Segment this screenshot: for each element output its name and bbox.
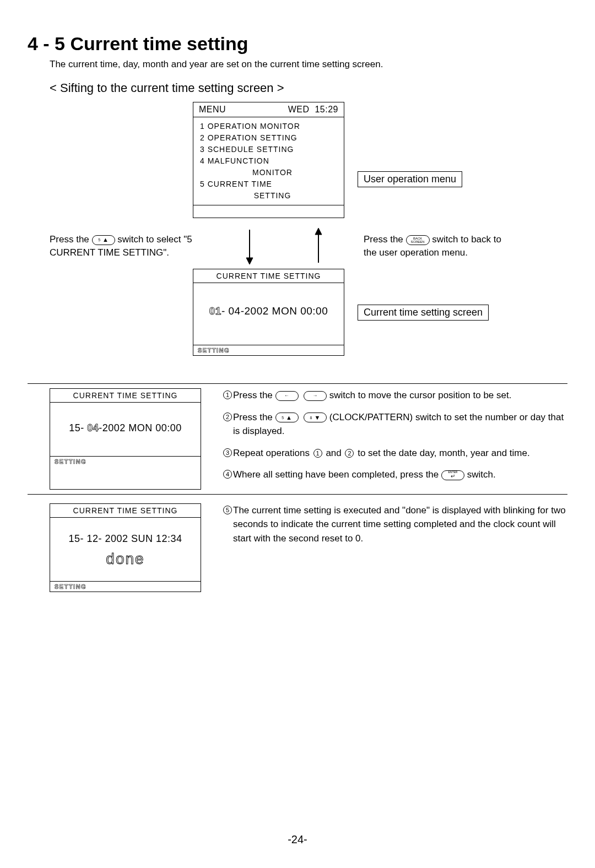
key-back-screen: BACKSCREEN — [406, 235, 430, 245]
menu-day: WED — [288, 105, 310, 114]
cts-footer: SETTING — [50, 457, 201, 466]
key-left-arrow: ← — [275, 391, 299, 401]
menu-item: 3 SCHEDULE SETTING — [200, 144, 337, 155]
key-enter: ENTER↵ — [441, 470, 464, 480]
step-number-icon: 5 — [223, 506, 232, 514]
menu-item-sub: SETTING — [208, 190, 337, 202]
cts-title: CURRENT TIME SETTING — [50, 389, 201, 403]
menu-title: MENU — [199, 105, 226, 115]
current-time-setting-screen-3: CURRENT TIME SETTING 15- 12- 2002 SUN 12… — [50, 503, 201, 592]
instruction-steps-2: 5 The current time setting is executed a… — [223, 503, 567, 592]
svg-marker-1 — [246, 258, 253, 264]
instruction-steps: 1 Press the ← → switch to move the curso… — [223, 388, 567, 490]
cts-footer: SETTING — [50, 582, 201, 592]
key-5-up: 5▲ — [275, 413, 299, 422]
cts-date-display: 01- 04-2002 MON 00:00 — [193, 283, 344, 345]
svg-marker-3 — [315, 228, 322, 235]
cts-footer: SETTING — [193, 345, 344, 355]
cts-date-display: 15- 04-2002 MON 00:00 — [50, 403, 201, 457]
arrow-up-icon — [307, 227, 329, 265]
key-5-up: 5▲ — [92, 235, 115, 245]
right-instruction: Press the BACKSCREEN switch to back to t… — [364, 233, 507, 259]
arrow-down-icon — [239, 227, 261, 265]
menu-item: 5 CURRENT TIME — [200, 178, 337, 190]
step-number-icon: 3 — [223, 448, 232, 457]
page-number: -24- — [0, 833, 595, 846]
key-right-arrow: → — [304, 391, 327, 401]
ref-step-icon: 1 — [313, 449, 322, 458]
menu-item: 1 OPERATION MONITOR — [200, 121, 337, 132]
ref-step-icon: 2 — [345, 449, 354, 458]
menu-time: 15:29 — [315, 105, 338, 114]
current-time-setting-screen-2: CURRENT TIME SETTING 15- 04-2002 MON 00:… — [50, 388, 201, 490]
section-title: 4 - 5 Current time setting — [28, 33, 567, 55]
menu-item: 4 MALFUNCTION — [200, 155, 337, 167]
user-operation-menu-label: User operation menu — [358, 171, 462, 187]
step-number-icon: 2 — [223, 413, 232, 421]
current-time-setting-screen: CURRENT TIME SETTING 01- 04-2002 MON 00:… — [193, 269, 344, 356]
intro-text: The current time, day, month and year ar… — [50, 59, 567, 70]
menu-item: 2 OPERATION SETTING — [200, 132, 337, 144]
cts-date-display: 15- 12- 2002 SUN 12:34 done — [50, 518, 201, 582]
cts-title: CURRENT TIME SETTING — [193, 269, 344, 283]
left-instruction: Press the 5▲ switch to select "5 CURRENT… — [50, 233, 215, 259]
step-number-icon: 4 — [223, 470, 232, 479]
cts-title: CURRENT TIME SETTING — [50, 504, 201, 518]
subheading: < Sifting to the current time setting sc… — [50, 81, 567, 95]
done-indicator: done — [50, 550, 201, 568]
menu-item-sub: MONITOR — [208, 167, 337, 178]
step-number-icon: 1 — [223, 390, 232, 399]
key-8-down: 8▼ — [304, 413, 327, 422]
menu-screen: MENU WED 15:29 1 OPERATION MONITOR 2 OPE… — [193, 102, 344, 218]
cts-screen-label: Current time setting screen — [358, 305, 489, 321]
